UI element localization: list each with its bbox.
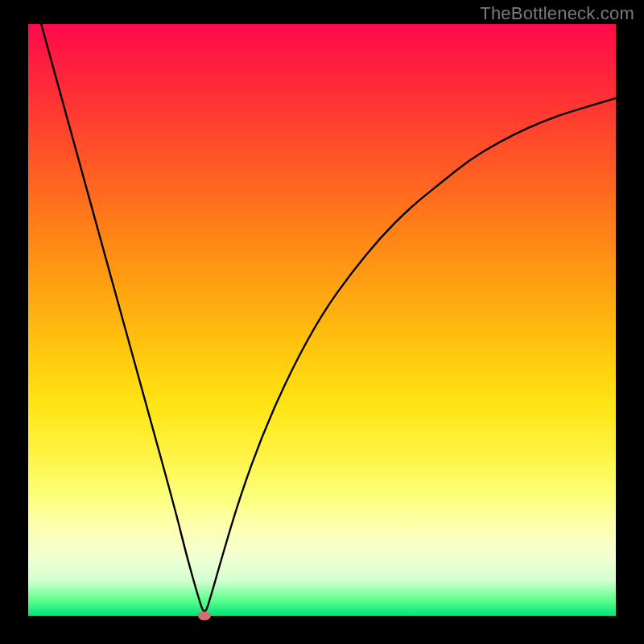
curve-svg (28, 24, 616, 616)
bottleneck-curve (28, 24, 616, 611)
chart-frame: TheBottleneck.com (0, 0, 644, 644)
plot-area (28, 24, 616, 616)
min-marker (198, 612, 211, 621)
watermark-text: TheBottleneck.com (480, 3, 634, 24)
